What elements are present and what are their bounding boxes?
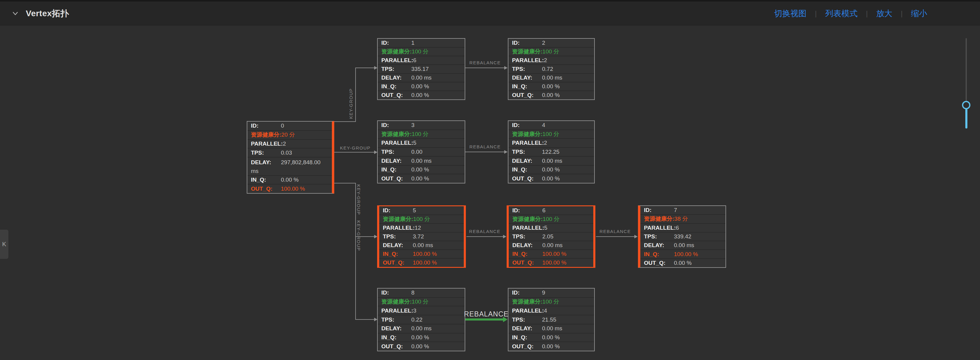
row-value: 6 (542, 207, 590, 214)
row-value: 5 (544, 225, 590, 231)
vertex-node-0[interactable]: ID:0资源健康分:20 分PARALLEL:2TPS:0.03DELAY:29… (247, 121, 334, 194)
row-value: 5 (413, 139, 462, 146)
row-value: 0.00 ms (542, 325, 591, 332)
row-key: 资源健康分: (381, 298, 412, 306)
row-value: 100 分 (542, 215, 590, 223)
row-value: 2 (283, 141, 329, 147)
row-value: 20 分 (281, 131, 329, 139)
vertex-node-8[interactable]: ID:8资源健康分:100 分PARALLEL:3TPS:0.22DELAY:0… (377, 288, 465, 351)
row-key: ID: (512, 40, 542, 46)
edge-arrow-1-2 (504, 66, 508, 70)
node-row: DELAY:0.00 ms (640, 241, 725, 250)
collapsed-panel-tab[interactable]: K (0, 230, 8, 259)
list-mode-button[interactable]: 列表模式 (825, 8, 858, 19)
node-rows: ID:8资源健康分:100 分PARALLEL:3TPS:0.22DELAY:0… (378, 288, 465, 351)
edge-label-3-4: REBALANCE (469, 144, 501, 149)
row-key: TPS: (512, 66, 542, 72)
node-row: 资源健康分:20 分 (247, 130, 332, 139)
row-key: 资源健康分: (381, 48, 412, 56)
row-value: 100 分 (412, 48, 462, 56)
row-key: PARALLEL: (381, 307, 413, 314)
row-key: TPS: (512, 149, 542, 155)
node-row: ID:6 (509, 206, 593, 215)
node-row: OUT_Q:0.00 % (640, 259, 725, 267)
node-row: DELAY:0.00 ms (509, 241, 593, 250)
row-value: 38 分 (674, 215, 722, 223)
row-key: TPS: (381, 149, 411, 155)
node-row: IN_Q:0.00 % (508, 165, 594, 174)
vertex-node-3[interactable]: ID:3资源健康分:100 分PARALLEL:5TPS:0.00DELAY:0… (377, 120, 465, 184)
node-row: 资源健康分:100 分 (378, 297, 465, 306)
row-value: 100.00 % (413, 251, 461, 257)
node-row: OUT_Q:0.00 % (378, 174, 465, 183)
edge-0-1 (334, 68, 374, 122)
zoom-slider-knob[interactable] (962, 101, 970, 109)
node-row: 资源健康分:100 分 (508, 47, 594, 56)
node-row: 资源健康分:100 分 (379, 215, 464, 223)
row-value: 100.00 % (674, 251, 722, 258)
node-rows: ID:0资源健康分:20 分PARALLEL:2TPS:0.03DELAY:29… (247, 122, 332, 193)
row-value: 2 (544, 57, 591, 64)
switch-view-button[interactable]: 切换视图 (774, 8, 807, 19)
row-value: 0.00 % (411, 334, 462, 341)
zoom-in-button[interactable]: 放大 (876, 8, 892, 19)
row-value: 100 分 (542, 130, 591, 138)
node-row: PARALLEL:4 (508, 306, 594, 315)
edge-label-5-6: REBALANCE (469, 229, 500, 234)
node-rows: ID:3资源健康分:100 分PARALLEL:5TPS:0.00DELAY:0… (378, 121, 465, 183)
zoom-slider-fill (965, 109, 967, 128)
node-row: 资源健康分:100 分 (508, 130, 594, 139)
vertex-node-5[interactable]: ID:5资源健康分:100 分PARALLEL:12TPS:3.72DELAY:… (377, 205, 466, 268)
row-value: 0.00 % (411, 343, 462, 350)
toolbar-separator: | (815, 9, 817, 18)
row-value: 0.00 % (411, 83, 462, 90)
row-key: OUT_Q: (381, 92, 411, 99)
node-row: 资源健康分:38 分 (640, 214, 725, 223)
row-key: DELAY: (644, 242, 674, 249)
vertex-node-2[interactable]: ID:2资源健康分:100 分PARALLEL:2TPS:0.72DELAY:0… (508, 38, 595, 100)
node-rows: ID:4资源健康分:100 分PARALLEL:2TPS:122.25DELAY… (508, 121, 594, 183)
vertex-node-6[interactable]: ID:6资源健康分:100 分PARALLEL:5TPS:2.05DELAY:0… (507, 205, 595, 268)
row-value: 0 (281, 123, 329, 129)
row-key: IN_Q: (512, 334, 542, 341)
node-row: OUT_Q:100.00 % (379, 258, 464, 267)
zoom-out-button[interactable]: 缩小 (911, 8, 927, 19)
chevron-down-icon[interactable] (11, 9, 20, 18)
row-value: 0.00 ms (542, 158, 591, 164)
node-rows: ID:1资源健康分:100 分PARALLEL:6TPS:335.17DELAY… (378, 39, 465, 99)
row-key: TPS: (251, 150, 281, 156)
row-key: IN_Q: (381, 83, 411, 90)
node-rows: ID:7资源健康分:38 分PARALLEL:6TPS:339.42DELAY:… (640, 206, 725, 267)
node-row: ID:1 (378, 39, 465, 47)
row-value: 100.00 % (413, 259, 461, 266)
row-value: 297,802,848.00 (281, 159, 320, 165)
row-key: OUT_Q: (512, 343, 542, 350)
row-value: 0.00 % (411, 175, 462, 182)
vertex-node-9[interactable]: ID:9资源健康分:100 分PARALLEL:4TPS:21.55DELAY:… (508, 288, 595, 351)
row-value: 21.55 (542, 317, 591, 323)
edge-0-5 (334, 183, 374, 237)
vertex-node-1[interactable]: ID:1资源健康分:100 分PARALLEL:6TPS:335.17DELAY… (377, 38, 465, 100)
node-row: TPS:2.05 (509, 232, 593, 241)
vertex-node-7[interactable]: ID:7资源健康分:38 分PARALLEL:6TPS:339.42DELAY:… (638, 205, 726, 268)
node-row: DELAY:0.00 ms (508, 156, 594, 165)
row-value: 0.00 ms (674, 242, 722, 249)
node-row: PARALLEL:2 (247, 139, 332, 148)
row-key: OUT_Q: (251, 186, 281, 192)
row-value: 0.00 % (411, 166, 462, 173)
row-key: ID: (512, 290, 542, 296)
topology-canvas[interactable]: K ID:0资源健康分:20 分PARALLEL:2TPS:0.03DELAY:… (0, 26, 980, 360)
row-key: PARALLEL: (512, 139, 544, 146)
row-value: 0.00 % (542, 166, 591, 173)
row-key: IN_Q: (381, 166, 411, 173)
row-key: OUT_Q: (381, 175, 411, 182)
row-key: 资源健康分: (512, 48, 542, 56)
node-row: TPS:0.00 (378, 147, 465, 157)
row-key: 资源健康分: (644, 215, 674, 223)
node-row: DELAY:0.00 ms (378, 156, 465, 165)
row-value: 0.00 % (542, 334, 591, 341)
node-row: ID:2 (508, 39, 594, 47)
row-value: 0.00 ms (542, 74, 591, 81)
vertex-node-4[interactable]: ID:4资源健康分:100 分PARALLEL:2TPS:122.25DELAY… (508, 120, 595, 184)
row-key: ID: (512, 122, 542, 128)
